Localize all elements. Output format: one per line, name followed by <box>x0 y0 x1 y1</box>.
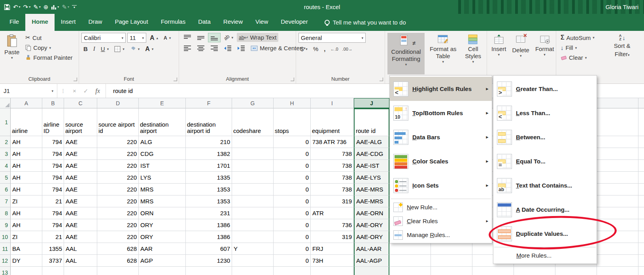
cell[interactable]: AAE <box>64 160 97 172</box>
enter-button[interactable]: ✓ <box>83 87 89 95</box>
decrease-decimal-button[interactable]: .00→ <box>341 46 354 53</box>
cell[interactable]: 210 <box>186 136 232 148</box>
cell[interactable]: 628 <box>97 255 139 267</box>
tab-file[interactable]: File <box>3 14 25 31</box>
web-button[interactable]: ⊕ <box>43 4 49 10</box>
cell[interactable] <box>232 184 274 195</box>
cell[interactable]: 794 <box>42 184 64 195</box>
font-size-select[interactable]: 11▾ <box>127 33 146 43</box>
tab-review[interactable]: Review <box>217 14 249 31</box>
cell[interactable]: 1386 <box>186 231 232 243</box>
column-header-c[interactable]: C <box>64 98 97 108</box>
percent-style-button[interactable]: % <box>311 44 320 53</box>
column-header-a[interactable]: A <box>11 98 42 108</box>
cell[interactable]: 738 <box>311 148 354 160</box>
cell[interactable]: IST <box>139 160 186 172</box>
menu-item-equal-to[interactable]: = Equal To... <box>493 149 597 173</box>
cell[interactable]: 794 <box>42 219 64 231</box>
cell[interactable] <box>232 172 274 184</box>
cell[interactable]: 1701 <box>186 160 232 172</box>
menu-item-more-rules[interactable]: More Rules... <box>493 248 597 262</box>
menu-item-greater-than[interactable]: > Greater Than... <box>493 77 597 101</box>
redo-button[interactable]: ↷▾ <box>23 4 31 10</box>
middle-align-button[interactable] <box>195 33 207 42</box>
cell[interactable]: 738 <box>311 160 354 172</box>
cell[interactable] <box>232 148 274 160</box>
cell[interactable]: AAE-LYS <box>354 172 389 184</box>
cell[interactable]: ALG <box>139 136 186 148</box>
row-header-12[interactable]: 12 <box>0 255 11 267</box>
insert-function-button[interactable]: fx <box>95 87 100 95</box>
insert-cells-button[interactable]: Insert ▾ <box>489 33 508 74</box>
cell[interactable]: AAL-AAR <box>354 243 389 255</box>
cell[interactable]: AAE-MRS <box>354 184 389 195</box>
cell[interactable] <box>274 267 311 275</box>
cell[interactable]: 220 <box>97 195 139 207</box>
cell[interactable]: 220 <box>97 148 139 160</box>
row-header-1[interactable]: 1 <box>0 108 11 136</box>
cell[interactable]: AAE <box>64 172 97 184</box>
cell[interactable]: AH <box>11 136 42 148</box>
chart-button[interactable]: ▾ <box>51 4 59 9</box>
cell[interactable] <box>232 136 274 148</box>
cell-h1[interactable]: stops <box>274 108 311 136</box>
draw-button[interactable]: ✎▾ <box>62 4 69 10</box>
wrap-text-button[interactable]: ab↩Wrap Text <box>237 33 278 42</box>
cell[interactable]: MRS <box>139 195 186 207</box>
cell[interactable]: AAL <box>64 243 97 255</box>
cell[interactable]: AAE <box>64 219 97 231</box>
cell[interactable]: 1353 <box>186 195 232 207</box>
decrease-indent-button[interactable] <box>222 44 234 53</box>
underline-button[interactable]: U▾ <box>99 44 111 53</box>
name-box[interactable]: J1 ▾ <box>0 84 57 98</box>
cell[interactable]: AAE <box>64 148 97 160</box>
increase-font-size-button[interactable]: A▴ <box>148 33 160 43</box>
cell[interactable]: ORY <box>139 231 186 243</box>
cell[interactable]: 0 <box>274 172 311 184</box>
cell[interactable]: 319 <box>311 231 354 243</box>
cell[interactable] <box>232 195 274 207</box>
cell[interactable]: 1353 <box>186 184 232 195</box>
cell[interactable]: DY <box>11 255 42 267</box>
cell[interactable] <box>232 255 274 267</box>
row-header-10[interactable]: 10 <box>0 231 11 243</box>
tab-view[interactable]: View <box>249 14 274 31</box>
increase-indent-button[interactable] <box>235 44 247 53</box>
cell[interactable]: 794 <box>42 207 64 219</box>
cell[interactable]: AH <box>11 172 42 184</box>
cell[interactable]: 794 <box>42 136 64 148</box>
row-header-6[interactable]: 6 <box>0 184 11 195</box>
cell[interactable]: AAE-MRS <box>354 195 389 207</box>
decrease-font-size-button[interactable]: A▾ <box>162 34 173 42</box>
cell[interactable]: ATR <box>311 207 354 219</box>
dialog-launcher-icon[interactable] <box>291 78 294 81</box>
cell[interactable]: FRJ <box>311 243 354 255</box>
cell-e1[interactable]: destination airport <box>139 108 186 136</box>
cell[interactable]: AAE-ORN <box>354 207 389 219</box>
cut-button[interactable]: ✂Cut <box>23 33 74 42</box>
row-header-3[interactable]: 3 <box>0 148 11 160</box>
row-header-9[interactable]: 9 <box>0 219 11 231</box>
number-format-select[interactable]: General▾ <box>298 33 366 43</box>
menu-item-text-that-contains[interactable]: ab Text that Contains... <box>493 173 597 197</box>
cell[interactable]: 607 <box>186 243 232 255</box>
formula-input[interactable]: route id <box>108 87 133 94</box>
select-all-corner[interactable] <box>0 98 11 108</box>
cell[interactable]: AAE-ALG <box>354 136 389 148</box>
column-header-d[interactable]: D <box>97 98 139 108</box>
menu-item-manage-rules[interactable]: Manage Rules... <box>390 228 492 242</box>
menu-item-new-rule[interactable]: New Rule... <box>390 200 492 214</box>
cell[interactable]: AH <box>11 219 42 231</box>
font-color-button[interactable]: A ▾ <box>143 44 155 53</box>
cell[interactable]: 220 <box>97 231 139 243</box>
cell[interactable]: 0 <box>274 231 311 243</box>
cell[interactable] <box>311 267 354 275</box>
cell[interactable]: 0 <box>274 184 311 195</box>
cell[interactable]: ORN <box>139 207 186 219</box>
cell[interactable]: 1386 <box>186 219 232 231</box>
align-right-button[interactable] <box>208 44 220 53</box>
cell[interactable]: 220 <box>97 160 139 172</box>
cell[interactable] <box>354 267 389 275</box>
menu-item-highlight-cells-rules[interactable]: < Highlight Cells Rules ▸ <box>390 77 492 101</box>
cell[interactable]: 0 <box>274 219 311 231</box>
